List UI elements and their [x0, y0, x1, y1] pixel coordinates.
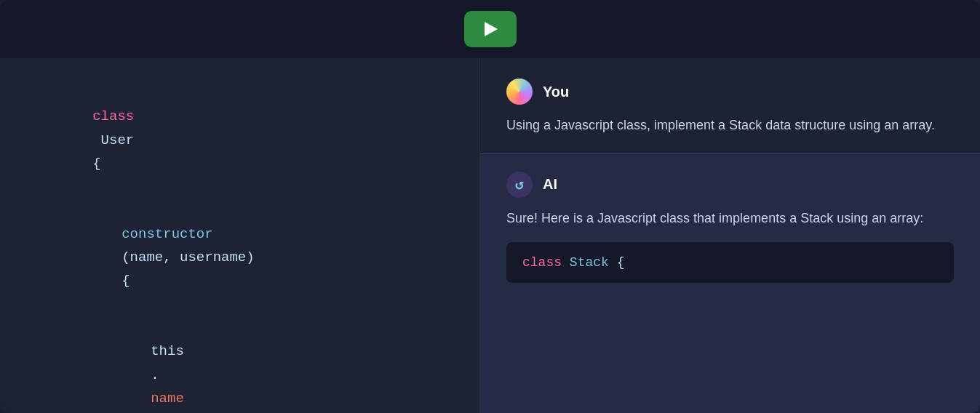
ai-avatar-icon: ↺	[515, 175, 524, 193]
run-button[interactable]	[464, 11, 517, 47]
toolbar	[0, 0, 980, 58]
constructor-params: (name, username)	[121, 249, 263, 265]
class-name: User	[92, 132, 142, 148]
chat-panel: You Using a Javascript class, implement …	[480, 58, 980, 413]
you-label: You	[543, 84, 569, 100]
code-line-3: this . name = name	[84, 316, 453, 413]
ai-message-text: Sure! Here is a Javascript class that im…	[506, 208, 954, 229]
code-line-1: class User {	[26, 81, 453, 199]
you-message-header: You	[506, 79, 954, 105]
snippet-class-name: Stack	[570, 255, 617, 270]
this-keyword-1: this	[151, 343, 184, 359]
prop-name: name	[151, 390, 184, 406]
ai-code-snippet: class Stack {	[506, 242, 954, 283]
snippet-brace: {	[617, 255, 625, 270]
ai-message-section: ↺ AI Sure! Here is a Javascript class th…	[480, 154, 980, 413]
ai-message-header: ↺ AI	[506, 172, 954, 198]
main-content: class User { constructor (name, username…	[0, 58, 980, 413]
play-icon	[485, 22, 498, 36]
you-message-text: Using a Javascript class, implement a St…	[506, 115, 954, 136]
app-container: class User { constructor (name, username…	[0, 0, 980, 413]
avatar-you	[506, 79, 533, 105]
code-line-2: constructor (name, username) {	[55, 199, 453, 316]
code-editor-panel: class User { constructor (name, username…	[0, 58, 480, 413]
keyword-class: class	[92, 108, 134, 124]
keyword-constructor: constructor	[121, 226, 212, 242]
brace-open-2: {	[121, 273, 130, 289]
brace-open: {	[92, 156, 100, 172]
ai-label: AI	[543, 176, 557, 193]
snippet-keyword-class: class	[522, 255, 562, 270]
you-message-section: You Using a Javascript class, implement …	[480, 58, 980, 154]
avatar-ai: ↺	[506, 172, 533, 198]
dot-1: .	[151, 367, 159, 383]
